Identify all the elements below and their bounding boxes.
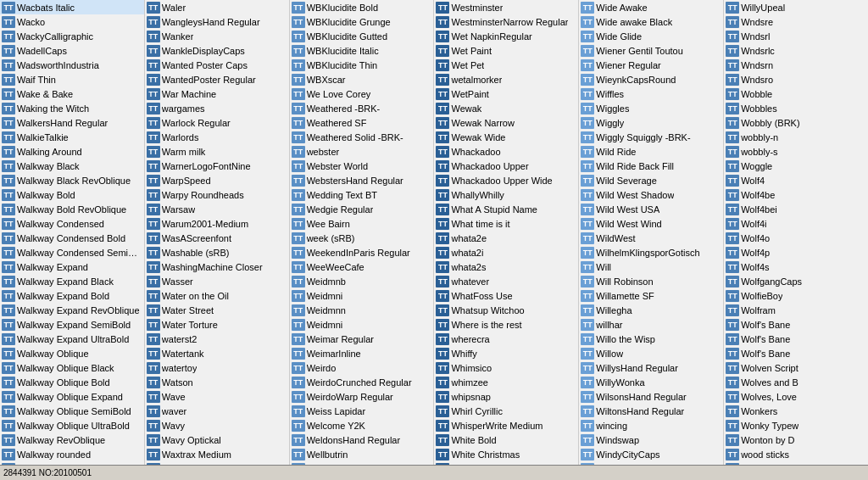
list-item[interactable]: TTWet NapkinRegular <box>434 29 578 43</box>
list-item[interactable]: TTWhimsico <box>434 360 578 375</box>
list-item[interactable]: TTwood sticks <box>724 447 868 461</box>
list-item[interactable]: TTWalkway Expand SemiBold <box>0 317 144 332</box>
list-item[interactable]: TTwhata2i <box>434 245 578 260</box>
list-item[interactable]: TTWindyCityCaps <box>579 447 723 461</box>
list-item[interactable]: TTWolfgangCaps <box>724 274 868 288</box>
list-item[interactable]: TTWBKlucidite Thin <box>290 58 434 72</box>
list-item[interactable]: TTWonkers <box>724 404 868 418</box>
list-item[interactable]: TTWashable (sRB) <box>145 245 289 260</box>
list-item[interactable]: TTwillhar <box>579 317 723 332</box>
list-item[interactable]: TTWeiss Lapidar <box>290 404 434 418</box>
list-item[interactable]: TTWieynkCapsRound <box>579 72 723 87</box>
list-item[interactable]: TTWacbats Italic <box>0 0 144 14</box>
list-item[interactable]: TTWalkway Black RevOblique <box>0 173 144 187</box>
list-item[interactable]: TTWill <box>579 260 723 274</box>
list-item[interactable]: TTWiggly <box>579 115 723 130</box>
list-item[interactable]: TTWeeWeeCafe <box>290 260 434 274</box>
list-item[interactable]: TTWetPaint <box>434 87 578 101</box>
list-item[interactable]: TTWonky Typew <box>724 418 868 433</box>
list-item[interactable]: TTWaler <box>145 0 289 14</box>
list-item[interactable]: TTWarnerLogoFontNine <box>145 159 289 173</box>
list-item[interactable]: TTWillegha <box>579 303 723 317</box>
list-item[interactable]: TTWolf4o <box>724 231 868 245</box>
list-item[interactable]: TTwhipsnap <box>434 389 578 404</box>
list-item[interactable]: TTWBXscar <box>290 72 434 87</box>
list-item[interactable]: TTwhata2e <box>434 231 578 245</box>
list-item[interactable]: TTwincing <box>579 418 723 433</box>
list-item[interactable]: TTWarlords <box>145 130 289 144</box>
list-item[interactable]: TTWestminster <box>434 0 578 14</box>
list-item[interactable]: TTWindswap <box>579 433 723 447</box>
list-item[interactable]: TTWarpy Roundheads <box>145 187 289 202</box>
list-item[interactable]: TTWiggly Squiggly -BRK- <box>579 130 723 144</box>
list-item[interactable]: TTWadellCaps <box>0 43 144 58</box>
list-item[interactable]: TTWarsaw <box>145 202 289 216</box>
list-item[interactable]: TTWeathered Solid -BRK- <box>290 130 434 144</box>
list-item[interactable]: TTWeimar Regular <box>290 332 434 346</box>
list-item[interactable]: TTWolfram <box>724 303 868 317</box>
list-item[interactable]: TTWalkieTalkie <box>0 130 144 144</box>
list-item[interactable]: TTWebster World <box>290 159 434 173</box>
list-item[interactable]: TTWolf4s <box>724 260 868 274</box>
list-item[interactable]: TTWalkway Expand RevOblique <box>0 303 144 317</box>
list-item[interactable]: TTWeirdoWarp Regular <box>290 389 434 404</box>
list-item[interactable]: TTWolfieBoy <box>724 288 868 303</box>
list-item[interactable]: TTWet Pet <box>434 58 578 72</box>
list-item[interactable]: TTWolf4p <box>724 245 868 260</box>
list-item[interactable]: TTWater Torture <box>145 317 289 332</box>
list-item[interactable]: TTWillysHand Regular <box>579 360 723 375</box>
list-item[interactable]: TTWolf's Bane <box>724 346 868 360</box>
list-item[interactable]: TTWBKlucidite Gutted <box>290 29 434 43</box>
list-item[interactable]: TTWeimarInline <box>290 346 434 360</box>
list-item[interactable]: TTWasser <box>145 274 289 288</box>
list-item[interactable]: TTWhat time is it <box>434 216 578 231</box>
list-item[interactable]: TTwobbly-s <box>724 144 868 159</box>
list-item[interactable]: TTWalkway Oblique Bold <box>0 375 144 389</box>
list-item[interactable]: TTWarpSpeed <box>145 173 289 187</box>
list-item[interactable]: TTWhatFoss Use <box>434 288 578 303</box>
list-item[interactable]: TTWalkway Expand <box>0 260 144 274</box>
list-item[interactable]: TTWalkway Condensed SemiBold <box>0 245 144 260</box>
list-item[interactable]: TTWar Machine <box>145 87 289 101</box>
list-item[interactable]: TTWide Glide <box>579 29 723 43</box>
list-item[interactable]: TTwatertoy <box>145 360 289 375</box>
list-item[interactable]: TTWater on the Oil <box>145 288 289 303</box>
list-item[interactable]: TTWankleDisplayCaps <box>145 43 289 58</box>
list-item[interactable]: TTWalkersHand Regular <box>0 115 144 130</box>
list-item[interactable]: TTWalkway Condensed <box>0 216 144 231</box>
list-item[interactable]: TTWBKlucidite Italic <box>290 43 434 58</box>
list-item[interactable]: TTWalkway Oblique Expand <box>0 389 144 404</box>
list-item[interactable]: TTWiffles <box>579 87 723 101</box>
list-item[interactable]: TTWarlock Regular <box>145 115 289 130</box>
list-item[interactable]: TTWalkway Oblique <box>0 346 144 360</box>
list-item[interactable]: TTWater Street <box>145 303 289 317</box>
list-item[interactable]: TTWndsre <box>724 14 868 29</box>
list-item[interactable]: TTWewak <box>434 101 578 115</box>
list-item[interactable]: TTWatson <box>145 375 289 389</box>
list-item[interactable]: TTWackyCalligraphic <box>0 29 144 43</box>
list-item[interactable]: TTWndsrlc <box>724 43 868 58</box>
list-item[interactable]: TTWide Awake <box>579 0 723 14</box>
list-item[interactable]: TTWeathered -BRK- <box>290 101 434 115</box>
list-item[interactable]: TTwhimzee <box>434 375 578 389</box>
list-item[interactable]: TTWhirl Cyrillic <box>434 404 578 418</box>
list-item[interactable]: TTWide awake Black <box>579 14 723 29</box>
list-item[interactable]: TTWake & Bake <box>0 87 144 101</box>
list-item[interactable]: TTwhatever <box>434 274 578 288</box>
list-item[interactable]: TTWave <box>145 389 289 404</box>
list-item[interactable]: TTWalkway Oblique SemiBold <box>0 404 144 418</box>
list-item[interactable]: TTWestminsterNarrow Regular <box>434 14 578 29</box>
list-item[interactable]: TTWalkway Black <box>0 159 144 173</box>
list-item[interactable]: TTwherecra <box>434 332 578 346</box>
list-item[interactable]: TTWolf4bei <box>724 202 868 216</box>
list-item[interactable]: TTWild West Shadow <box>579 187 723 202</box>
list-item[interactable]: TTWeidmni <box>290 288 434 303</box>
list-item[interactable]: TTWobbly (BRK) <box>724 115 868 130</box>
list-item[interactable]: TTWolf4be <box>724 187 868 202</box>
list-item[interactable]: TTWeldonsHand Regular <box>290 433 434 447</box>
list-item[interactable]: TTwaver <box>145 404 289 418</box>
list-item[interactable]: TTWilhelmKlingsporGotisch <box>579 245 723 260</box>
list-item[interactable]: TTWild Ride Back Fill <box>579 159 723 173</box>
list-item[interactable]: TTWBKlucidite Bold <box>290 0 434 14</box>
list-item[interactable]: TTWolf's Bane <box>724 332 868 346</box>
